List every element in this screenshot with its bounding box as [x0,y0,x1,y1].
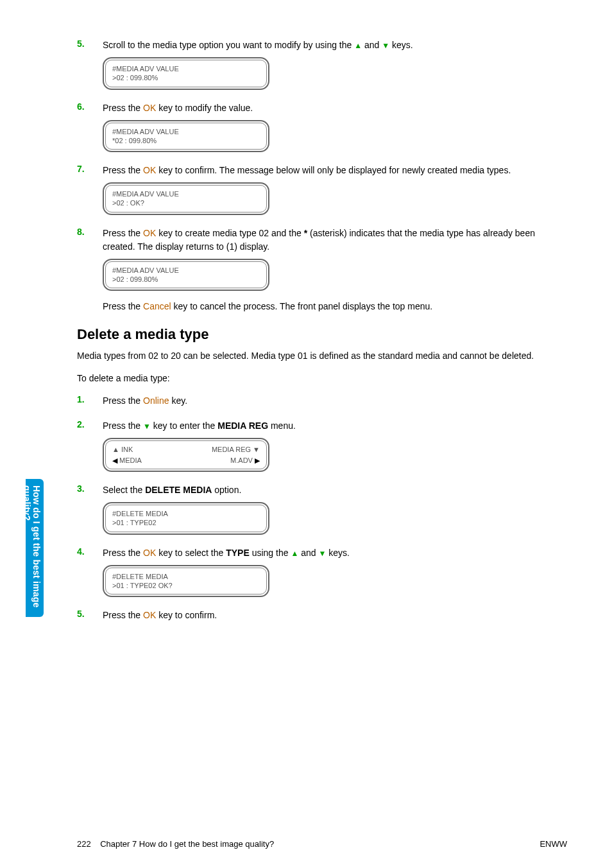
t: key to cancel the process. The front pan… [171,301,433,311]
t: Press the [103,610,143,620]
steps-upper: 5. Scroll to the media type option you w… [77,39,567,313]
step-number: 2. [77,419,89,430]
steps-lower: 1. Press the Online key. 2. Press the ▼ … [77,394,567,622]
lcd-line1: #MEDIA ADV VALUE [112,189,260,198]
step-text: Select the DELETE MEDIA option. [103,483,567,497]
lcd-line2: *02 : 099.80% [112,136,260,145]
key-label: OK [143,103,156,113]
t: key to enter the [151,421,217,431]
lcd-display: #MEDIA ADV VALUE >02 : 099.80% [103,259,269,291]
t: key. [169,395,188,406]
key-label: OK [143,610,156,620]
step-text: Scroll to the media type option you want… [103,39,567,52]
t: menu. [268,421,296,431]
page-footer: 222 Chapter 7 How do I get the best imag… [77,839,567,849]
footer-brand: ENWW [540,839,567,849]
t: key to create media type 02 and the [156,228,303,238]
lcd-line2: >01 : TYPE02 OK? [112,581,260,590]
step-number: 8. [77,227,89,237]
t: Press the [103,228,143,238]
step-8: 8. Press the OK key to create media type… [77,227,567,314]
page-number: 222 [77,839,91,849]
up-arrow-icon: ▲ [291,549,298,558]
lcd-display: #MEDIA ADV VALUE >02 : 099.80% [103,57,269,90]
key-label: OK [143,548,156,558]
step-number: 6. [77,101,89,112]
step-note: Press the Cancel key to cancel the proce… [103,300,567,313]
lcd-display: #MEDIA ADV VALUE >02 : OK? [103,182,269,215]
step-number: 3. [77,483,89,494]
left-arrow-icon: ◀ [112,456,117,464]
t: key to modify the value. [156,103,253,113]
t: key to confirm. [156,610,217,620]
t: Scroll to the media type option you want… [103,40,354,50]
b-step-2: 2. Press the ▼ key to enter the MEDIA RE… [77,419,567,472]
section-title: Delete a media type [77,326,567,343]
lcd-line1: #DELETE MEDIA [112,572,260,581]
key-label: Cancel [143,301,171,311]
lcd-line2: >02 : 099.80% [112,73,260,82]
key-label: Online [143,395,169,406]
step-text: Press the ▼ key to enter the MEDIA REG m… [103,419,567,433]
t: keys. [389,40,413,50]
t: Press the [103,301,143,311]
step-6: 6. Press the OK key to modify the value.… [77,101,567,153]
down-arrow-icon: ▼ [382,41,389,50]
step-5: 5. Scroll to the media type option you w… [77,39,567,90]
bold: DELETE MEDIA [145,485,212,495]
t: and [362,40,382,50]
lcd-display: #DELETE MEDIA >01 : TYPE02 OK? [103,565,269,598]
footer-left: 222 Chapter 7 How do I get the best imag… [77,839,274,849]
lcd-left2: ◀ MEDIA [112,456,142,465]
step-text: Press the OK key to confirm. [103,609,567,622]
right-arrow-icon: ▶ [255,456,260,464]
side-tab: How do I get the best image quality? [26,479,44,617]
t: MEDIA [119,456,142,464]
side-tab-line2: quality? [22,485,32,521]
b-step-1: 1. Press the Online key. [77,394,567,408]
step-number: 4. [77,546,89,557]
t: key to confirm. The message below will o… [156,165,511,175]
t: Press the [103,421,143,431]
lcd-line1: #DELETE MEDIA [112,509,260,518]
t: key to select the [156,548,226,558]
t: option. [212,485,241,495]
step-7: 7. Press the OK key to confirm. The mess… [77,164,567,215]
lcd-right2: M.ADV ▶ [230,456,260,465]
lcd-display: #DELETE MEDIA >01 : TYPE02 [103,502,269,535]
step-text: Press the OK key to select the TYPE usin… [103,546,567,560]
t: INK [121,446,133,453]
key-label: OK [143,165,156,175]
t: keys. [326,548,350,558]
step-number: 7. [77,164,89,174]
chapter-label: Chapter 7 How do I get the best image qu… [100,839,274,849]
step-text: Press the OK key to create media type 02… [103,227,567,254]
lcd-line1: #MEDIA ADV VALUE [112,266,260,275]
side-tab-line1: How do I get the best image [31,485,42,608]
step-text: Press the OK key to modify the value. [103,101,567,115]
lcd-right1: MEDIA REG ▼ [212,445,260,454]
up-arrow-icon: ▲ [354,41,362,50]
section-lead: To delete a media type: [77,372,567,385]
down-arrow-icon: ▼ [143,422,151,431]
bold: MEDIA REG [217,421,268,431]
lcd-left1: ▲ INK [112,445,142,454]
step-number: 1. [77,394,89,404]
bold: TYPE [226,548,250,558]
lcd-display: #MEDIA ADV VALUE *02 : 099.80% [103,120,269,153]
t: Press the [103,103,143,113]
section-intro: Media types from 02 to 20 can be selecte… [77,349,567,363]
lcd-line1: #MEDIA ADV VALUE [112,64,260,73]
t: Press the [103,548,143,558]
lcd-line2: >02 : 099.80% [112,275,260,284]
page-content: 5. Scroll to the media type option you w… [0,0,612,659]
t: Press the [103,165,143,175]
key-label: OK [143,228,156,238]
t: Select the [103,485,145,495]
b-step-4: 4. Press the OK key to select the TYPE u… [77,546,567,598]
t: Press the [103,395,143,406]
lcd-display: ▲ INK ◀ MEDIA MEDIA REG ▼ M.ADV ▶ [103,438,269,472]
step-number: 5. [77,39,89,49]
t: using the [250,548,291,558]
t: and [298,548,318,558]
